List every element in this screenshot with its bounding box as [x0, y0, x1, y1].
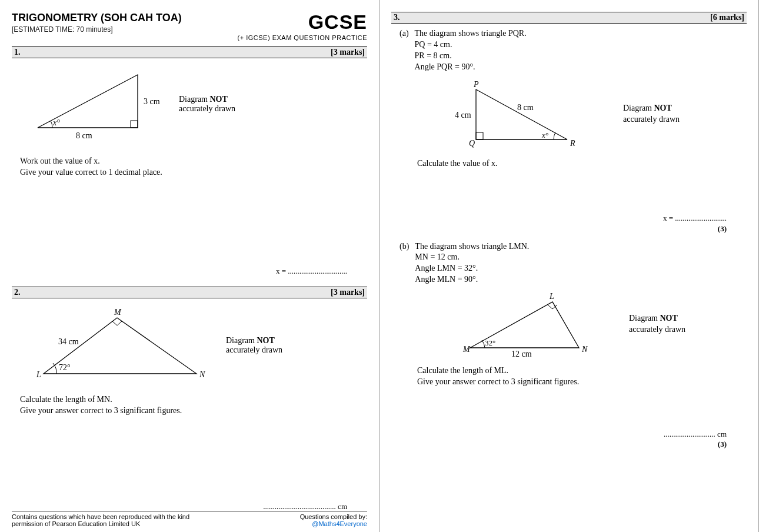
- q3-number: 3.: [394, 13, 400, 22]
- question-1-header: 1. [3 marks]: [12, 46, 367, 58]
- q3b-answer: ........................... cm: [400, 429, 738, 440]
- q3a-l2: PQ = 4 cm.: [415, 40, 452, 49]
- page-right: 3. [6 marks] (a) The diagram shows trian…: [380, 0, 759, 532]
- q3a-s2: 8 cm: [517, 103, 534, 112]
- q1-number: 1.: [14, 48, 21, 57]
- q2-answer-line: ...................................... c…: [20, 502, 359, 511]
- q2-triangle-diagram: M L N 34 cm 72°: [20, 303, 208, 388]
- q3b-s1: 12 cm: [511, 350, 532, 358]
- q2-N: N: [199, 370, 205, 379]
- q2-instruction-2: Give your answer correct to 3 significan…: [20, 406, 182, 415]
- q3b-M: M: [462, 345, 471, 354]
- q1-angle-x: x°: [52, 118, 60, 127]
- q2-side: 34 cm: [58, 337, 79, 346]
- q3a-l3: PR = 8 cm.: [415, 51, 452, 60]
- footer-right: Questions compiled by: @Maths4Everyone: [300, 513, 367, 527]
- q3a-angle: x°: [541, 131, 548, 139]
- q3b-l4: Angle MLN = 90°.: [415, 275, 478, 284]
- q2-M: M: [114, 308, 122, 317]
- q3b-l2: MN = 12 cm.: [415, 252, 460, 261]
- q1-marks: [3 marks]: [331, 48, 365, 57]
- q3a-body: (a) The diagram shows triangle PQR. PQ =…: [391, 24, 747, 234]
- footer-handle: @Maths4Everyone: [312, 520, 367, 527]
- q3a-R: R: [570, 139, 575, 148]
- q2-body: M L N 34 cm 72° Diagram NOT accurately d…: [12, 298, 367, 511]
- q1-triangle-diagram: x° 8 cm 3 cm: [20, 63, 161, 145]
- q3b-body: (b) The diagram shows triangle LMN. MN =…: [391, 234, 747, 450]
- q3a-not-drawn-note: Diagram NOT accurately drawn: [623, 103, 680, 125]
- q3b-l3: Angle LMN = 32°.: [415, 264, 478, 272]
- q1-not-drawn-note: Diagram NOT accurately drawn: [179, 95, 235, 114]
- q1-answer-line: x = ...............................: [20, 267, 359, 276]
- q1-instruction-2: Give your value correct to 1 decimal pla…: [20, 168, 162, 177]
- q2-instruction-1: Calculate the length of MN.: [20, 395, 112, 404]
- svg-rect-4: [476, 132, 483, 139]
- footer-left: Contains questions which have been repro…: [12, 513, 189, 527]
- q3b-calc2: Give your answer correct to 3 significan…: [417, 377, 579, 386]
- q2-not-drawn-note: Diagram NOT accurately drawn: [226, 336, 282, 355]
- q1-height-label: 3 cm: [144, 97, 160, 106]
- q3a-label: (a): [400, 28, 409, 73]
- q1-body: x° 8 cm 3 cm Diagram NOT accurately draw…: [12, 58, 367, 276]
- page-left: TRIGONOMETRY (SOH CAH TOA) [ESTIMATED TI…: [0, 0, 380, 532]
- q3a-calc: Calculate the value of x.: [417, 159, 497, 168]
- page-footer: Contains questions which have been repro…: [12, 511, 367, 527]
- q3b-label: (b): [400, 241, 409, 286]
- q3a-Q: Q: [469, 139, 475, 148]
- q2-marks: [3 marks]: [331, 288, 365, 297]
- gcse-logo: GCSE: [308, 11, 367, 34]
- question-2-header: 2. [3 marks]: [12, 287, 367, 298]
- question-3-header: 3. [6 marks]: [391, 12, 747, 24]
- q1-base-label: 8 cm: [76, 131, 92, 140]
- q3a-l1: The diagram shows triangle PQR.: [415, 29, 527, 38]
- q3b-L: L: [549, 292, 554, 301]
- q2-L: L: [36, 370, 41, 379]
- q3a-answer: x = ...........................: [400, 213, 738, 224]
- q3b-l1: The diagram shows triangle LMN.: [415, 242, 529, 251]
- svg-marker-3: [476, 89, 567, 139]
- q3b-triangle-diagram: L M N 32° 12 cm: [452, 289, 600, 360]
- q3b-N: N: [581, 345, 588, 354]
- q2-angle: 72°: [59, 363, 71, 372]
- q3b-angle: 32°: [485, 338, 495, 347]
- q3-marks: [6 marks]: [710, 13, 744, 22]
- q1-instruction-1: Work out the value of x.: [20, 157, 100, 165]
- q3a-s1: 4 cm: [455, 111, 471, 119]
- q3b-submarks: (3): [400, 439, 738, 450]
- q2-number: 2.: [14, 288, 21, 297]
- svg-rect-1: [131, 121, 138, 128]
- q3a-P: P: [473, 80, 479, 89]
- q3b-not-drawn-note: Diagram NOT accurately drawn: [629, 313, 685, 335]
- q3a-submarks: (3): [400, 224, 738, 234]
- q3a-triangle-diagram: P Q R 4 cm 8 cm x°: [452, 78, 588, 151]
- q3a-l4: Angle PQR = 90°.: [415, 62, 475, 71]
- q3b-calc1: Calculate the length of ML.: [417, 366, 508, 375]
- logo-subtitle: (+ IGCSE) EXAM QUESTION PRACTICE: [238, 34, 367, 41]
